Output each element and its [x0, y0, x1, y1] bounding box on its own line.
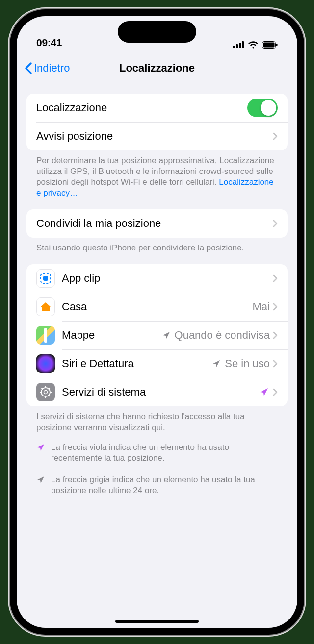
signal-icon: [233, 41, 244, 48]
svg-rect-3: [242, 41, 244, 48]
home-icon: [36, 297, 55, 316]
location-arrow-purple-icon: [36, 443, 45, 452]
row-location-toggle[interactable]: Localizzazione: [26, 94, 288, 122]
group-apps: App clip Casa Mai Mappe Quando è condivi…: [26, 264, 288, 406]
back-label: Indietro: [34, 62, 70, 74]
footer-share-info: Stai usando questo iPhone per condivider…: [26, 238, 288, 253]
chevron-right-icon: [273, 331, 278, 339]
app-detail: Mai: [253, 300, 270, 313]
app-detail: Se in uso: [225, 357, 270, 370]
location-arrow-gray-icon: [36, 475, 45, 484]
app-label: Servizi di sistema: [62, 386, 259, 398]
content[interactable]: Localizzazione Avvisi posizione Per dete…: [17, 83, 297, 618]
svg-rect-8: [43, 276, 48, 281]
chevron-right-icon: [273, 132, 278, 140]
app-label: Siri e Dettatura: [62, 357, 212, 370]
location-arrow-gray-icon: [212, 359, 221, 368]
app-label: App clip: [62, 272, 273, 285]
svg-point-10: [44, 391, 48, 394]
home-indicator[interactable]: [115, 620, 199, 623]
svg-rect-2: [239, 43, 241, 48]
app-label: Casa: [62, 300, 253, 313]
alerts-label: Avvisi posizione: [36, 130, 273, 143]
chevron-right-icon: [273, 360, 278, 368]
app-detail: Quando è condivisa: [175, 329, 270, 342]
chevron-right-icon: [273, 220, 278, 227]
location-arrow-gray-icon: [162, 331, 171, 340]
svg-rect-0: [233, 46, 235, 48]
svg-line-16: [49, 395, 50, 396]
toggle-label: Localizzazione: [36, 101, 247, 114]
svg-line-17: [42, 395, 43, 396]
chevron-right-icon: [273, 388, 278, 396]
phone-frame: 09:41 Indietro Localizzazione Localizzaz…: [10, 9, 304, 635]
dynamic-island: [118, 21, 196, 43]
screen: 09:41 Indietro Localizzazione Localizzaz…: [17, 16, 297, 628]
page-title: Localizzazione: [119, 62, 195, 74]
chevron-left-icon: [25, 62, 32, 74]
location-toggle[interactable]: [247, 99, 278, 117]
row-mappe[interactable]: Mappe Quando è condivisa: [26, 321, 288, 349]
legend-purple: La freccia viola indica che un elemento …: [26, 440, 288, 466]
maps-icon: [36, 326, 55, 345]
legend-text: La freccia viola indica che un elemento …: [51, 442, 278, 464]
wifi-icon: [248, 41, 259, 49]
svg-rect-6: [276, 44, 278, 46]
row-location-alerts[interactable]: Avvisi posizione: [26, 122, 288, 150]
row-system-services[interactable]: Servizi di sistema: [26, 378, 288, 406]
siri-icon: [36, 354, 55, 373]
legend-gray: La freccia grigia indica che un elemento…: [26, 472, 288, 498]
chevron-right-icon: [273, 303, 278, 311]
svg-rect-1: [236, 44, 238, 48]
status-icons: [233, 41, 278, 49]
chevron-right-icon: [273, 274, 278, 282]
row-siri[interactable]: Siri e Dettatura Se in uso: [26, 349, 288, 378]
status-time: 09:41: [36, 37, 62, 49]
location-arrow-purple-icon: [259, 387, 269, 397]
svg-rect-5: [263, 42, 275, 47]
svg-line-18: [49, 388, 50, 390]
group-location: Localizzazione Avvisi posizione: [26, 94, 288, 150]
app-clip-icon: [36, 269, 55, 288]
gear-icon: [36, 383, 55, 401]
row-app-clip[interactable]: App clip: [26, 264, 288, 293]
share-label: Condividi la mia posizione: [36, 217, 273, 230]
row-casa[interactable]: Casa Mai: [26, 293, 288, 321]
footer-apps-info: I servizi di sistema che hanno richiesto…: [26, 406, 288, 433]
back-button[interactable]: Indietro: [25, 62, 70, 74]
battery-icon: [262, 41, 278, 49]
legend-text: La freccia grigia indica che un elemento…: [51, 474, 278, 496]
svg-line-15: [42, 388, 43, 390]
row-share-location[interactable]: Condividi la mia posizione: [26, 209, 288, 238]
app-label: Mappe: [62, 329, 162, 342]
nav-bar: Indietro Localizzazione: [17, 53, 297, 83]
footer-location-info: Per determinare la tua posizione appross…: [26, 150, 288, 198]
group-share: Condividi la mia posizione: [26, 209, 288, 238]
